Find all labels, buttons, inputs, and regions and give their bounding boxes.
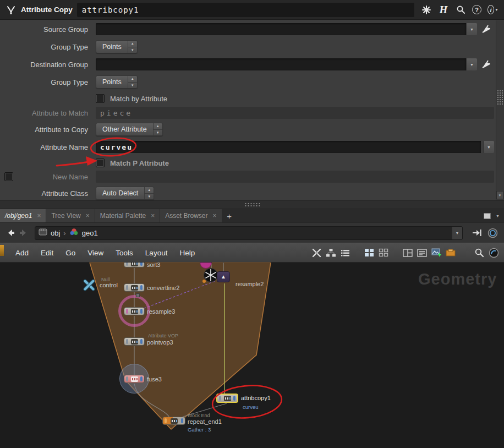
- chevron-down-icon: ▼: [487, 145, 491, 149]
- node-name-input[interactable]: attribcopy1: [77, 3, 414, 17]
- node-fuse3[interactable]: [124, 375, 145, 383]
- tab-obj-geo1[interactable]: /obj/geo1 ×: [0, 209, 46, 222]
- node-resample3[interactable]: [124, 307, 145, 315]
- parameters-pane-icon[interactable]: [415, 246, 429, 259]
- spin-down-icon: ▼: [145, 194, 154, 200]
- houdini-logo-icon[interactable]: H: [438, 4, 449, 15]
- param-row-destination-group: Destination Group ▼: [0, 57, 494, 72]
- node-label-convertline2: convertline2: [147, 285, 179, 291]
- parameter-pane: Attribute Copy attribcopy1 H ? i▼ Source…: [0, 0, 504, 208]
- param-row-group-type-2: Group Type Points ▲ ▼: [0, 75, 494, 89]
- tree-view-icon[interactable]: [324, 246, 338, 259]
- combo-spinner[interactable]: ▲ ▼: [128, 76, 137, 88]
- node-repeat-end1[interactable]: [162, 417, 185, 425]
- menu-view[interactable]: View: [81, 243, 109, 262]
- menu-go[interactable]: Go: [59, 243, 81, 262]
- select-group-arrow-icon[interactable]: [480, 23, 494, 36]
- tab-tree-view[interactable]: Tree View ×: [46, 209, 94, 222]
- destination-group-input[interactable]: [96, 58, 466, 70]
- param-row-group-type-1: Group Type Points ▲ ▼: [0, 40, 494, 54]
- new-tab-button[interactable]: +: [222, 209, 237, 222]
- attribute-class-combo[interactable]: Auto Detect ▲ ▼: [96, 187, 154, 200]
- node-resample2[interactable]: ▲: [217, 271, 230, 282]
- param-label: Destination Group: [0, 61, 88, 69]
- match-by-attribute-checkbox[interactable]: [96, 94, 105, 103]
- menu-tools[interactable]: Tools: [109, 243, 139, 262]
- back-icon[interactable]: [5, 227, 17, 239]
- list-view-icon[interactable]: [338, 246, 352, 259]
- combo-spinner[interactable]: ▲ ▼: [144, 187, 154, 199]
- node-badge: [136, 293, 140, 297]
- menu-help[interactable]: Help: [173, 243, 201, 262]
- spin-up-icon: ▲: [128, 41, 137, 47]
- path-segment-obj[interactable]: obj: [51, 229, 60, 237]
- path-segment-geo1[interactable]: geo1: [82, 229, 98, 237]
- network-path-bar: obj › geo1 ▼: [0, 222, 504, 243]
- match-p-attribute-checkbox[interactable]: [96, 159, 105, 167]
- pane-link-badge[interactable]: [0, 245, 4, 256]
- combo-spinner[interactable]: ▲ ▼: [153, 123, 162, 135]
- path-field[interactable]: obj › geo1 ▼: [35, 226, 463, 240]
- node-label-pointvop3: pointvop3: [147, 339, 173, 346]
- node-sort3[interactable]: [124, 263, 145, 267]
- shelf-icon[interactable]: [443, 246, 458, 259]
- param-row-source-group: Source Group ▼: [0, 22, 494, 36]
- gear-icon[interactable]: [421, 4, 432, 15]
- link-radio-icon[interactable]: [486, 227, 499, 239]
- parameter-scrollbar[interactable]: ▼: [496, 20, 504, 200]
- search-icon[interactable]: [472, 246, 486, 259]
- parameter-pane-titlebar: Attribute Copy attribcopy1 H ? i▼: [0, 0, 504, 20]
- output-arrow-icon: ▲: [221, 274, 226, 280]
- param-label: New Name: [13, 173, 88, 181]
- node-control-null[interactable]: [81, 278, 97, 294]
- tab-menu-icon[interactable]: ▼: [496, 214, 500, 218]
- group-type-1-combo[interactable]: Points ▲ ▼: [96, 40, 138, 53]
- close-icon[interactable]: ×: [213, 212, 217, 220]
- combo-spinner[interactable]: ▲ ▼: [128, 41, 137, 53]
- locked-node-badge[interactable]: [203, 267, 218, 285]
- grid-outline-icon[interactable]: [376, 246, 391, 259]
- close-icon[interactable]: ×: [86, 212, 90, 220]
- attribute-name-menu-button[interactable]: ▼: [483, 141, 494, 153]
- node-pointvop3[interactable]: [124, 337, 145, 346]
- close-icon[interactable]: ×: [37, 212, 41, 220]
- path-dropdown-button[interactable]: ▼: [452, 227, 462, 239]
- source-group-menu-button[interactable]: ▼: [466, 23, 477, 35]
- chevron-down-icon: ▼: [470, 63, 474, 67]
- menu-edit[interactable]: Edit: [35, 243, 59, 262]
- select-group-arrow-icon[interactable]: [480, 58, 494, 71]
- tab-material-palette[interactable]: Material Palette ×: [95, 209, 160, 222]
- spin-up-icon: ▲: [154, 123, 162, 130]
- attribute-name-input[interactable]: curveu: [96, 141, 481, 153]
- scroll-down-button[interactable]: ▼: [496, 191, 503, 199]
- pane-layout-icon[interactable]: [401, 246, 415, 259]
- forward-icon[interactable]: [17, 227, 29, 239]
- maximize-pane-icon[interactable]: [484, 213, 491, 219]
- menu-add[interactable]: Add: [9, 243, 35, 262]
- tools-icon[interactable]: [309, 246, 324, 259]
- search-icon[interactable]: [455, 4, 466, 15]
- param-row-attribute-class: Attribute Class Auto Detect ▲ ▼: [0, 186, 494, 200]
- node-attribcopy1[interactable]: [216, 394, 238, 403]
- snapshot-add-icon[interactable]: [429, 246, 443, 259]
- node-convertline2[interactable]: [124, 283, 145, 292]
- destination-group-menu-button[interactable]: ▼: [466, 58, 477, 70]
- new-name-enable-checkbox[interactable]: [4, 172, 13, 181]
- pane-menu-icon[interactable]: i▼: [487, 4, 498, 15]
- help-icon[interactable]: ?: [472, 5, 481, 14]
- splitter-grip[interactable]: [497, 90, 503, 105]
- network-editor[interactable]: Geometry sort3 ▲ resample2 Null control …: [0, 263, 504, 448]
- node-info-repeat-end1: Gather : 3: [188, 427, 211, 433]
- grid-filled-icon[interactable]: [362, 246, 376, 259]
- tab-asset-browser[interactable]: Asset Browser ×: [160, 209, 221, 222]
- group-type-2-combo[interactable]: Points ▲ ▼: [96, 75, 138, 89]
- menu-layout[interactable]: Layout: [139, 243, 174, 262]
- attribute-to-match-input: piece: [96, 107, 494, 119]
- view-options-icon[interactable]: [486, 246, 501, 259]
- close-icon[interactable]: ×: [151, 212, 155, 220]
- pin-icon[interactable]: [470, 227, 484, 239]
- source-group-input[interactable]: [96, 23, 466, 35]
- attribute-to-copy-combo[interactable]: Other Attribute ▲ ▼: [96, 123, 163, 136]
- divider-grip[interactable]: [244, 203, 260, 207]
- pane-divider[interactable]: [0, 200, 504, 208]
